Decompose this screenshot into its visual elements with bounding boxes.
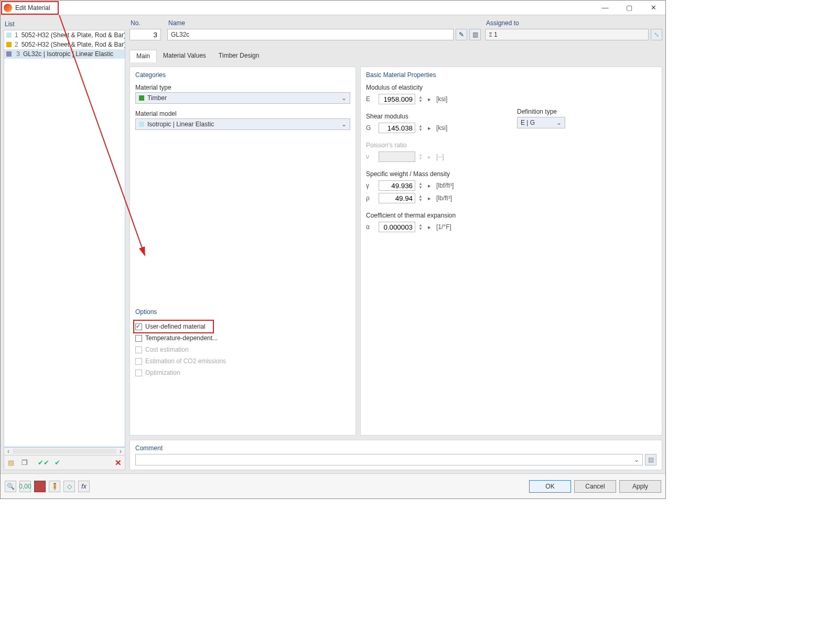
maximize-button[interactable]: ▢ [617, 1, 641, 15]
color-swatch-icon [6, 51, 12, 57]
tab-main[interactable]: Main [130, 50, 157, 62]
minimize-button[interactable]: — [593, 1, 617, 15]
definition-type-select[interactable]: E | G ⌄ [517, 117, 565, 128]
tab-timber-design[interactable]: Timber Design [212, 50, 266, 62]
tab-bar: Main Material Values Timber Design [130, 50, 662, 62]
rho-symbol: ρ [366, 194, 376, 202]
assigned-value: 1 [494, 31, 498, 38]
optimization-label: Optimization [145, 369, 180, 376]
pick-assigned-button[interactable]: ⤡ [651, 29, 662, 40]
stepper-icon[interactable]: ▲▼ [417, 180, 424, 191]
categories-title: Categories [135, 71, 350, 79]
rho-unit: [lb/ft³] [436, 194, 452, 202]
name-label: Name [167, 18, 481, 29]
color-swatch-icon [6, 42, 12, 47]
scroll-right-icon[interactable]: › [116, 448, 125, 455]
stepper-icon[interactable]: ▲▼ [417, 94, 424, 104]
temperature-checkbox-row[interactable]: Temperature-dependent... [135, 332, 350, 344]
view-button[interactable]: ◇ [63, 481, 75, 492]
comment-card: Comment ⌄ ▤ [130, 440, 662, 470]
material-list[interactable]: 1 5052-H32 (Sheet & Plate, Rod & Bar) | … [4, 30, 125, 447]
title-bar: Edit Material — ▢ ✕ [1, 1, 665, 15]
close-window-button[interactable]: ✕ [641, 1, 665, 15]
temperature-label: Temperature-dependent... [145, 334, 218, 342]
g-symbol: G [366, 124, 376, 132]
link-icon[interactable]: ▸ [426, 224, 433, 231]
name-input[interactable]: GL32c [167, 29, 454, 40]
shear-input[interactable] [379, 123, 415, 133]
comment-pick-button[interactable]: ▤ [645, 454, 656, 465]
chevron-down-icon: ⌄ [556, 119, 562, 126]
link-icon: ▸ [426, 154, 433, 160]
assigned-input[interactable]: Ɪ 1 [485, 29, 649, 40]
copy-item-button[interactable]: ❐ [19, 457, 30, 469]
comment-input[interactable]: ⌄ [135, 454, 643, 465]
link-icon[interactable]: ▸ [426, 182, 433, 189]
user-defined-label: User-defined material [145, 323, 206, 330]
new-item-button[interactable]: ▧ [5, 457, 17, 469]
list-item-label: 5052-H32 (Sheet & Plate, Rod & Bar) | Is… [21, 41, 125, 48]
cost-checkbox-row: Cost estimation [135, 344, 350, 355]
optimization-checkbox [135, 370, 142, 376]
stepper-icon: ▲▼ [417, 151, 424, 162]
material-model-label: Material model [135, 110, 350, 117]
delete-item-button[interactable]: ✕ [112, 457, 124, 469]
dialog-footer: 🔍 0,00 🧍 ◇ fx OK Cancel Apply [1, 473, 665, 498]
help-button[interactable]: 🔍 [5, 481, 16, 492]
user-defined-checkbox[interactable] [135, 323, 142, 330]
list-item[interactable]: 3 GL32c | Isotropic | Linear Elastic [4, 49, 125, 59]
timber-swatch-icon [139, 95, 144, 101]
chevron-down-icon: ⌄ [341, 121, 347, 128]
material-type-select[interactable]: Timber ⌄ [135, 92, 350, 104]
horizontal-scrollbar[interactable]: ‹ › [4, 447, 125, 456]
material-model-select[interactable]: Isotropic | Linear Elastic ⌄ [135, 118, 350, 130]
units-button[interactable]: 0,00 [19, 481, 31, 492]
check-all-button[interactable]: ✔✔ [38, 457, 49, 469]
ok-button[interactable]: OK [529, 480, 571, 493]
stepper-icon[interactable]: ▲▼ [417, 222, 424, 232]
user-defined-checkbox-row[interactable]: User-defined material [135, 321, 350, 332]
color-swatch-icon [6, 32, 12, 38]
cost-label: Cost estimation [145, 346, 189, 353]
scroll-track[interactable] [13, 449, 116, 454]
section-icon: Ɪ [489, 31, 492, 38]
link-icon[interactable]: ▸ [426, 125, 433, 132]
apply-button[interactable]: Apply [619, 480, 661, 493]
co2-checkbox-row: Estimation of CO2 emissions [135, 355, 350, 367]
stepper-icon[interactable]: ▲▼ [417, 193, 424, 203]
poisson-input [379, 151, 415, 162]
color-button[interactable] [34, 481, 46, 492]
function-button[interactable]: fx [78, 481, 90, 492]
temperature-checkbox[interactable] [135, 335, 142, 342]
no-input[interactable] [130, 29, 161, 40]
properties-card: Basic Material Properties Modulus of ela… [360, 67, 662, 436]
model-swatch-icon [139, 122, 144, 127]
cancel-button[interactable]: Cancel [574, 480, 616, 493]
link-icon[interactable]: ▸ [426, 96, 433, 103]
tree-button[interactable]: 🧍 [49, 481, 60, 492]
scroll-left-icon[interactable]: ‹ [4, 448, 13, 455]
density-input[interactable] [379, 193, 415, 203]
assigned-label: Assigned to [485, 18, 662, 29]
weight-label: Specific weight / Mass density [366, 170, 502, 178]
specific-weight-input[interactable] [379, 180, 415, 191]
list-index: 1 [15, 31, 18, 39]
tab-material-values[interactable]: Material Values [157, 50, 212, 62]
library-button[interactable]: ▥ [469, 29, 481, 40]
edit-name-button[interactable]: ✎ [456, 29, 467, 40]
check-single-button[interactable]: ✔ [51, 457, 63, 469]
list-item[interactable]: 2 5052-H32 (Sheet & Plate, Rod & Bar) | … [4, 40, 125, 49]
v-symbol: ν [366, 153, 376, 160]
material-model-value: Isotropic | Linear Elastic [147, 121, 214, 128]
thermal-input[interactable] [379, 222, 415, 232]
list-index: 3 [15, 50, 20, 58]
chevron-down-icon: ⌄ [341, 94, 347, 102]
modulus-input[interactable] [379, 94, 415, 104]
list-item[interactable]: 1 5052-H32 (Sheet & Plate, Rod & Bar) | … [4, 30, 125, 40]
comment-label: Comment [135, 444, 656, 452]
app-icon [4, 4, 12, 12]
stepper-icon[interactable]: ▲▼ [417, 123, 424, 133]
link-icon[interactable]: ▸ [426, 195, 433, 202]
shear-label: Shear modulus [366, 113, 502, 120]
window-title: Edit Material [15, 4, 50, 12]
